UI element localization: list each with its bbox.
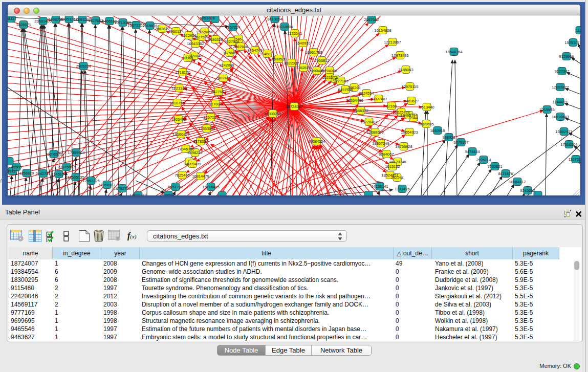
svg-text:19218506: 19218506	[276, 25, 293, 29]
svg-text:9227342: 9227342	[554, 69, 569, 74]
svg-text:17957225: 17957225	[82, 179, 99, 183]
svg-text:15751074: 15751074	[564, 40, 580, 45]
svg-text:1640915: 1640915	[430, 128, 445, 133]
svg-text:7632621: 7632621	[487, 164, 502, 169]
svg-text:1132541: 1132541	[288, 31, 302, 36]
svg-text:23975867: 23975867	[58, 165, 75, 169]
svg-text:14099489: 14099489	[184, 162, 201, 166]
svg-text:1145194: 1145194	[52, 172, 67, 177]
svg-text:1615152: 1615152	[385, 164, 400, 169]
svg-text:9699695: 9699695	[419, 122, 433, 126]
svg-text:252254: 252254	[390, 176, 403, 180]
svg-text:9827500: 9827500	[193, 35, 208, 39]
svg-text:6497508: 6497508	[338, 87, 353, 92]
svg-text:7857224: 7857224	[225, 25, 240, 30]
svg-text:1405571: 1405571	[16, 23, 31, 27]
svg-text:16120746: 16120746	[389, 160, 406, 164]
svg-text:15692971: 15692971	[555, 129, 572, 134]
svg-text:1640910: 1640910	[295, 41, 310, 46]
svg-text:12213967: 12213967	[384, 40, 401, 45]
svg-text:7663822: 7663822	[155, 27, 169, 31]
svg-text:19654923: 19654923	[401, 130, 418, 135]
svg-text:39119: 39119	[8, 169, 17, 173]
svg-text:38117: 38117	[8, 16, 16, 21]
svg-text:2718170: 2718170	[175, 70, 190, 75]
svg-text:2942737: 2942737	[35, 171, 50, 176]
svg-text:15720407: 15720407	[360, 120, 377, 124]
svg-text:8813054: 8813054	[267, 17, 282, 21]
svg-text:16053809: 16053809	[198, 16, 214, 20]
svg-text:17016504: 17016504	[560, 142, 577, 147]
svg-text:3675685: 3675685	[222, 51, 237, 55]
svg-text:1733426: 1733426	[395, 187, 409, 191]
svg-text:8878334: 8878334	[193, 139, 208, 144]
svg-text:19384554: 19384554	[308, 139, 325, 144]
svg-text:9463627: 9463627	[404, 99, 419, 103]
svg-text:12975115: 12975115	[402, 84, 419, 89]
svg-text:12093872: 12093872	[552, 85, 569, 90]
svg-text:20206575: 20206575	[45, 152, 62, 157]
svg-text:62160: 62160	[386, 104, 397, 108]
svg-text:7944: 7944	[409, 116, 418, 120]
svg-text:16914479: 16914479	[192, 174, 209, 179]
svg-text:9777169: 9777169	[333, 79, 348, 83]
svg-text:7955812: 7955812	[314, 58, 329, 63]
svg-text:9146821: 9146821	[259, 52, 274, 56]
svg-text:9457791: 9457791	[168, 185, 183, 189]
svg-text:19756928: 19756928	[395, 144, 412, 149]
svg-text:17359924: 17359924	[68, 150, 84, 155]
svg-text:18724007: 18724007	[286, 104, 302, 109]
svg-text:8186328: 8186328	[208, 37, 223, 42]
svg-text:16210643: 16210643	[552, 115, 569, 119]
svg-text:11958187: 11958187	[99, 183, 116, 187]
svg-text:10654112: 10654112	[509, 180, 526, 184]
svg-text:1167534: 1167534	[569, 157, 580, 162]
svg-text:12923448: 12923448	[129, 193, 146, 196]
svg-text:6479197: 6479197	[453, 140, 468, 145]
svg-text:1965498: 1965498	[171, 117, 186, 122]
svg-text:3215955: 3215955	[539, 107, 554, 112]
svg-text:1117: 1117	[576, 28, 580, 33]
svg-text:2803144: 2803144	[215, 76, 230, 80]
svg-text:7386372: 7386372	[353, 108, 368, 113]
svg-text:1527602: 1527602	[88, 18, 103, 23]
svg-text:15716485: 15716485	[202, 185, 219, 189]
svg-text:98965: 98965	[183, 56, 193, 60]
svg-text:16782759: 16782759	[114, 186, 130, 191]
svg-text:10807487: 10807487	[370, 97, 387, 101]
svg-text:9245652: 9245652	[520, 188, 535, 193]
svg-text:45505: 45505	[11, 165, 22, 169]
svg-text:3624554: 3624554	[359, 91, 374, 96]
svg-text:12505135: 12505135	[67, 175, 84, 180]
svg-text:2087682: 2087682	[364, 17, 379, 22]
svg-text:929598: 929598	[162, 193, 175, 196]
svg-text:938923: 938923	[442, 135, 455, 140]
svg-text:6794028: 6794028	[322, 69, 337, 73]
svg-text:10973493: 10973493	[391, 53, 408, 58]
svg-text:7485063: 7485063	[398, 68, 413, 72]
svg-text:2935114: 2935114	[476, 158, 491, 162]
svg-text:10688609: 10688609	[366, 130, 383, 135]
svg-text:9084067: 9084067	[379, 152, 394, 157]
svg-text:2867608: 2867608	[233, 45, 248, 49]
svg-text:2905334: 2905334	[76, 64, 91, 69]
svg-text:19166827: 19166827	[172, 132, 189, 137]
svg-text:15226058: 15226058	[196, 30, 213, 34]
svg-text:1010755: 1010755	[169, 101, 184, 105]
svg-text:16961758: 16961758	[305, 50, 322, 55]
svg-text:20364436: 20364436	[346, 98, 363, 103]
svg-text:9242848: 9242848	[219, 63, 234, 68]
svg-text:546: 546	[235, 37, 242, 41]
svg-text:18300295: 18300295	[264, 112, 281, 116]
svg-text:7625402: 7625402	[175, 173, 189, 178]
svg-text:6498222: 6498222	[187, 150, 202, 155]
svg-text:12353594: 12353594	[198, 126, 215, 131]
svg-text:1221338: 1221338	[171, 86, 186, 91]
svg-text:9474444: 9474444	[465, 149, 480, 154]
svg-text:9513440: 9513440	[419, 105, 434, 110]
svg-text:1156829: 1156829	[19, 171, 34, 176]
svg-text:8267150: 8267150	[203, 115, 218, 120]
svg-text:16543382: 16543382	[187, 41, 204, 46]
svg-text:1162615: 1162615	[296, 65, 311, 70]
svg-text:8471676: 8471676	[498, 171, 513, 176]
